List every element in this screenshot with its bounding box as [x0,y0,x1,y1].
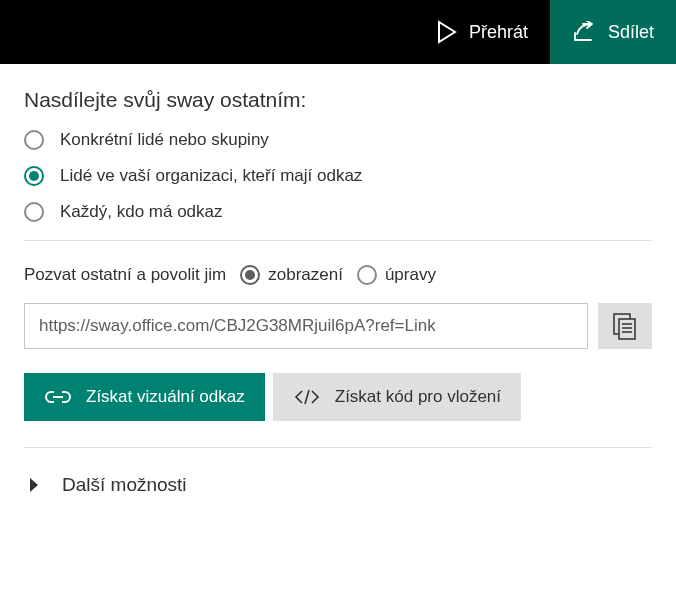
radio-anyone-link[interactable]: Každý, kdo má odkaz [24,202,652,222]
header-bar: Přehrát Sdílet [0,0,676,64]
radio-icon-selected [240,265,260,285]
svg-rect-1 [619,319,635,339]
embed-code-label: Získat kód pro vložení [335,387,501,407]
link-icon [44,388,72,406]
code-icon [293,388,321,406]
chevron-right-icon [28,477,40,493]
share-title: Nasdílejte svůj sway ostatním: [24,88,652,112]
divider [24,447,652,448]
permission-view-label: zobrazení [268,265,343,285]
share-label: Sdílet [608,22,654,43]
share-url-row [24,303,652,349]
invite-permissions: Pozvat ostatní a povolit jim zobrazení ú… [24,265,652,285]
copy-icon [612,312,638,340]
share-icon [572,21,596,43]
share-url-input[interactable] [24,303,588,349]
permission-edit-label: úpravy [385,265,436,285]
get-visual-link-button[interactable]: Získat vizuální odkaz [24,373,265,421]
radio-icon [357,265,377,285]
share-panel: Nasdílejte svůj sway ostatním: Konkrétní… [0,64,676,502]
permission-edit[interactable]: úpravy [357,265,436,285]
invite-label: Pozvat ostatní a povolit jim [24,265,226,285]
radio-label: Každý, kdo má odkaz [60,202,223,222]
radio-label: Konkrétní lidé nebo skupiny [60,130,269,150]
divider [24,240,652,241]
radio-specific-people[interactable]: Konkrétní lidé nebo skupiny [24,130,652,150]
get-embed-code-button[interactable]: Získat kód pro vložení [273,373,521,421]
copy-link-button[interactable] [598,303,652,349]
share-button[interactable]: Sdílet [550,0,676,64]
play-button[interactable]: Přehrát [415,0,550,64]
play-icon [437,20,457,44]
more-options-toggle[interactable]: Další možnosti [24,468,652,502]
radio-label: Lidé ve vaší organizaci, kteří mají odka… [60,166,362,186]
radio-org-link[interactable]: Lidé ve vaší organizaci, kteří mají odka… [24,166,652,186]
radio-icon [24,130,44,150]
radio-icon-selected [24,166,44,186]
permission-view[interactable]: zobrazení [240,265,343,285]
visual-link-label: Získat vizuální odkaz [86,387,245,407]
action-buttons: Získat vizuální odkaz Získat kód pro vlo… [24,373,652,421]
play-label: Přehrát [469,22,528,43]
more-options-label: Další možnosti [62,474,187,496]
radio-icon [24,202,44,222]
